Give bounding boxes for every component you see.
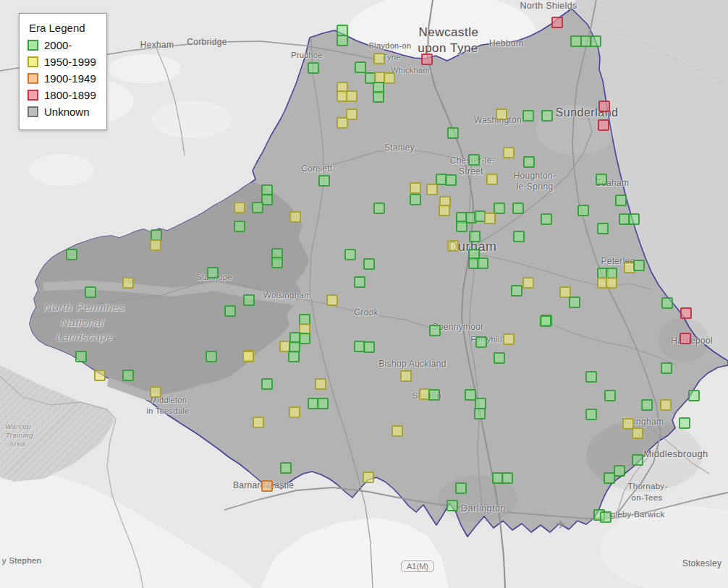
era-marker-1950-1999[interactable] bbox=[315, 378, 326, 390]
era-marker-2000[interactable] bbox=[540, 315, 551, 327]
era-marker-2000[interactable] bbox=[688, 390, 700, 401]
era-marker-1800-1899[interactable] bbox=[598, 119, 609, 131]
era-marker-1950-1999[interactable] bbox=[496, 108, 507, 120]
era-marker-1950-1999[interactable] bbox=[289, 406, 300, 418]
era-marker-1950-1999[interactable] bbox=[289, 211, 301, 223]
era-marker-2000[interactable] bbox=[337, 35, 348, 46]
era-marker-2000[interactable] bbox=[428, 389, 440, 401]
era-marker-2000[interactable] bbox=[523, 156, 535, 168]
era-marker-1800-1899[interactable] bbox=[551, 17, 563, 28]
era-marker-2000[interactable] bbox=[455, 482, 467, 494]
era-marker-2000[interactable] bbox=[288, 351, 300, 362]
era-marker-1950-1999[interactable] bbox=[94, 370, 106, 381]
era-marker-2000[interactable] bbox=[355, 61, 366, 73]
era-marker-2000[interactable] bbox=[280, 462, 292, 474]
era-marker-1950-1999[interactable] bbox=[484, 213, 496, 224]
era-marker-2000[interactable] bbox=[261, 378, 273, 390]
era-marker-1950-1999[interactable] bbox=[122, 277, 134, 289]
era-marker-2000[interactable] bbox=[513, 231, 525, 242]
era-marker-1950-1999[interactable] bbox=[363, 472, 374, 483]
era-marker-1950-1999[interactable] bbox=[503, 147, 515, 158]
era-marker-2000[interactable] bbox=[511, 285, 522, 297]
era-marker-2000[interactable] bbox=[604, 472, 615, 484]
era-marker-2000[interactable] bbox=[604, 390, 616, 401]
era-marker-2000[interactable] bbox=[224, 305, 236, 317]
era-marker-2000[interactable] bbox=[661, 362, 672, 374]
era-marker-2000[interactable] bbox=[344, 249, 356, 260]
era-marker-2000[interactable] bbox=[85, 286, 96, 298]
era-marker-1800-1899[interactable] bbox=[421, 54, 433, 65]
era-marker-1950-1999[interactable] bbox=[242, 351, 254, 362]
era-marker-2000[interactable] bbox=[522, 110, 534, 122]
era-marker-2000[interactable] bbox=[299, 333, 310, 344]
era-marker-1950-1999[interactable] bbox=[522, 277, 534, 289]
era-marker-1900-1949[interactable] bbox=[261, 480, 273, 492]
era-marker-2000[interactable] bbox=[363, 258, 375, 270]
era-marker-1950-1999[interactable] bbox=[391, 425, 403, 437]
era-marker-2000[interactable] bbox=[541, 110, 553, 122]
era-marker-2000[interactable] bbox=[75, 351, 87, 362]
era-marker-2000[interactable] bbox=[318, 175, 330, 187]
era-marker-1950-1999[interactable] bbox=[234, 202, 245, 213]
era-marker-2000[interactable] bbox=[373, 91, 384, 103]
era-marker-2000[interactable] bbox=[445, 174, 457, 186]
era-marker-1950-1999[interactable] bbox=[373, 53, 385, 64]
era-marker-1950-1999[interactable] bbox=[346, 90, 357, 102]
era-marker-2000[interactable] bbox=[66, 249, 77, 260]
era-marker-1950-1999[interactable] bbox=[426, 184, 438, 195]
era-marker-2000[interactable] bbox=[633, 260, 645, 271]
era-marker-2000[interactable] bbox=[308, 62, 319, 74]
era-marker-2000[interactable] bbox=[585, 409, 597, 420]
era-marker-1800-1899[interactable] bbox=[680, 333, 691, 344]
era-marker-1950-1999[interactable] bbox=[150, 239, 161, 251]
era-marker-2000[interactable] bbox=[494, 352, 505, 364]
era-marker-1950-1999[interactable] bbox=[503, 333, 515, 345]
era-marker-1950-1999[interactable] bbox=[337, 117, 348, 129]
era-marker-2000[interactable] bbox=[122, 370, 134, 381]
era-marker-2000[interactable] bbox=[456, 221, 467, 232]
era-marker-2000[interactable] bbox=[597, 223, 609, 234]
era-marker-2000[interactable] bbox=[512, 203, 524, 214]
era-marker-1950-1999[interactable] bbox=[632, 427, 643, 439]
era-marker-2000[interactable] bbox=[541, 213, 552, 225]
era-marker-2000[interactable] bbox=[207, 267, 219, 278]
era-marker-2000[interactable] bbox=[641, 399, 653, 411]
era-marker-1800-1899[interactable] bbox=[680, 307, 692, 319]
era-marker-1950-1999[interactable] bbox=[384, 72, 395, 84]
era-marker-2000[interactable] bbox=[271, 257, 283, 268]
era-marker-2000[interactable] bbox=[373, 203, 385, 214]
era-marker-2000[interactable] bbox=[447, 127, 459, 139]
era-marker-2000[interactable] bbox=[615, 195, 627, 206]
era-marker-2000[interactable] bbox=[354, 276, 365, 288]
era-marker-2000[interactable] bbox=[429, 325, 441, 336]
era-marker-2000[interactable] bbox=[628, 213, 640, 225]
era-marker-1950-1999[interactable] bbox=[410, 182, 421, 194]
era-marker-2000[interactable] bbox=[474, 408, 486, 419]
era-marker-1800-1899[interactable] bbox=[598, 101, 610, 112]
era-marker-2000[interactable] bbox=[468, 154, 480, 166]
map-viewport[interactable]: HexhamCorbridgePrudhoeBlaydon-onTyneWhic… bbox=[0, 0, 728, 588]
era-marker-1950-1999[interactable] bbox=[253, 417, 264, 428]
era-marker-2000[interactable] bbox=[679, 417, 690, 429]
era-marker-1950-1999[interactable] bbox=[660, 399, 672, 411]
era-marker-2000[interactable] bbox=[446, 500, 458, 511]
era-marker-2000[interactable] bbox=[577, 205, 589, 216]
era-marker-2000[interactable] bbox=[363, 341, 375, 353]
era-marker-2000[interactable] bbox=[596, 174, 607, 185]
era-marker-2000[interactable] bbox=[477, 257, 488, 269]
era-marker-2000[interactable] bbox=[600, 511, 611, 523]
era-marker-1950-1999[interactable] bbox=[606, 277, 617, 289]
era-marker-2000[interactable] bbox=[501, 472, 513, 484]
era-marker-1950-1999[interactable] bbox=[400, 370, 412, 382]
era-marker-2000[interactable] bbox=[614, 465, 625, 477]
era-marker-1950-1999[interactable] bbox=[447, 240, 459, 252]
era-marker-2000[interactable] bbox=[469, 231, 481, 242]
era-marker-1950-1999[interactable] bbox=[486, 174, 498, 185]
era-marker-2000[interactable] bbox=[590, 35, 601, 47]
era-marker-2000[interactable] bbox=[234, 221, 245, 232]
era-marker-2000[interactable] bbox=[410, 194, 421, 205]
era-marker-2000[interactable] bbox=[252, 202, 263, 213]
era-marker-1950-1999[interactable] bbox=[439, 205, 450, 216]
era-marker-1950-1999[interactable] bbox=[150, 386, 161, 398]
era-marker-2000[interactable] bbox=[569, 297, 580, 308]
